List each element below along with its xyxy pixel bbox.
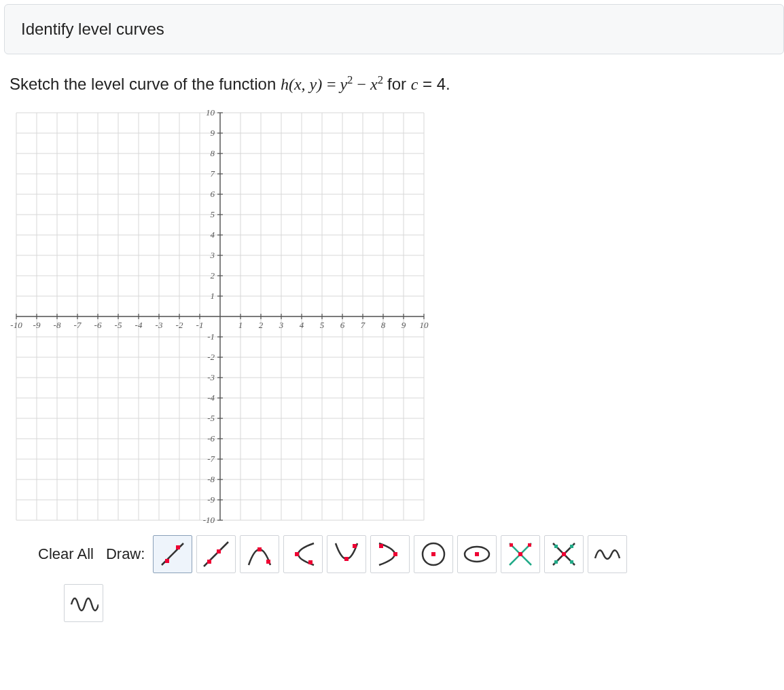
tool-parabola-up[interactable] bbox=[240, 535, 279, 573]
svg-text:8: 8 bbox=[211, 148, 215, 158]
svg-rect-130 bbox=[257, 547, 262, 551]
svg-text:-7: -7 bbox=[74, 320, 82, 330]
svg-rect-137 bbox=[379, 544, 383, 548]
svg-text:-7: -7 bbox=[207, 454, 215, 464]
page-header: Identify level curves bbox=[4, 4, 784, 54]
svg-text:-6: -6 bbox=[207, 433, 215, 443]
c-value: = 4. bbox=[423, 75, 450, 93]
draw-toolbar: Clear All Draw: bbox=[4, 530, 784, 577]
equals-sign: = bbox=[327, 75, 340, 93]
svg-text:6: 6 bbox=[211, 189, 215, 199]
svg-rect-128 bbox=[207, 560, 211, 564]
svg-rect-131 bbox=[266, 560, 270, 564]
svg-text:-4: -4 bbox=[207, 393, 215, 403]
svg-text:-3: -3 bbox=[156, 320, 163, 330]
question-text: Sketch the level curve of the function h… bbox=[4, 71, 784, 106]
svg-text:-9: -9 bbox=[207, 494, 215, 505]
graph-canvas[interactable]: -10-9-8-7-6-5-4-3-2-112345678910-10-9-8-… bbox=[4, 106, 431, 527]
svg-text:7: 7 bbox=[361, 320, 366, 330]
svg-text:-5: -5 bbox=[115, 320, 122, 330]
svg-rect-134 bbox=[344, 557, 349, 561]
svg-text:2: 2 bbox=[259, 320, 264, 330]
func-rhs: y2 − x2 bbox=[340, 75, 387, 93]
tool-x-shape-green[interactable] bbox=[544, 535, 584, 573]
svg-text:-8: -8 bbox=[54, 320, 61, 330]
clear-all-button[interactable]: Clear All bbox=[34, 544, 98, 564]
svg-rect-141 bbox=[475, 552, 479, 556]
tool-line-segment-dots[interactable] bbox=[153, 535, 192, 573]
svg-text:1: 1 bbox=[238, 320, 243, 330]
svg-text:4: 4 bbox=[300, 320, 304, 330]
svg-text:-2: -2 bbox=[207, 352, 215, 362]
draw-toolbar-overflow bbox=[34, 579, 784, 626]
svg-text:5: 5 bbox=[320, 320, 325, 330]
tool-wave-small[interactable] bbox=[588, 535, 627, 573]
svg-rect-139 bbox=[431, 552, 435, 556]
svg-text:6: 6 bbox=[340, 320, 345, 330]
svg-text:2: 2 bbox=[211, 270, 215, 280]
svg-text:-1: -1 bbox=[196, 320, 204, 330]
tool-parabola-down[interactable] bbox=[327, 535, 366, 573]
svg-rect-149 bbox=[554, 545, 558, 548]
svg-rect-135 bbox=[353, 544, 357, 548]
func-lhs: h(x, y) bbox=[281, 75, 322, 93]
draw-label: Draw: bbox=[102, 544, 149, 564]
svg-text:-9: -9 bbox=[33, 320, 41, 330]
tool-parabola-right[interactable] bbox=[370, 535, 410, 573]
page-title: Identify level curves bbox=[21, 20, 164, 38]
tool-parabola-left[interactable] bbox=[283, 535, 323, 573]
svg-rect-150 bbox=[570, 545, 573, 548]
svg-text:-1: -1 bbox=[207, 331, 215, 342]
svg-text:9: 9 bbox=[402, 320, 406, 330]
c-var: c bbox=[411, 75, 418, 93]
tool-ray-dots[interactable] bbox=[196, 535, 236, 573]
svg-text:1: 1 bbox=[211, 291, 215, 301]
svg-text:-8: -8 bbox=[207, 474, 215, 484]
tool-wave-large[interactable] bbox=[64, 584, 103, 622]
svg-rect-153 bbox=[562, 552, 566, 556]
svg-rect-129 bbox=[217, 549, 221, 553]
svg-text:3: 3 bbox=[210, 250, 215, 260]
svg-text:8: 8 bbox=[381, 320, 386, 330]
svg-rect-152 bbox=[570, 560, 573, 564]
q-prefix: Sketch the level curve of the function bbox=[10, 75, 281, 93]
svg-text:-10: -10 bbox=[10, 320, 22, 330]
svg-rect-133 bbox=[308, 560, 313, 564]
tool-circle-center[interactable] bbox=[414, 535, 453, 573]
svg-text:-6: -6 bbox=[94, 320, 102, 330]
svg-text:-5: -5 bbox=[207, 413, 215, 423]
svg-rect-146 bbox=[528, 543, 531, 547]
tool-ellipse-center[interactable] bbox=[457, 535, 497, 573]
tool-x-shape-red[interactable] bbox=[501, 535, 540, 573]
svg-text:4: 4 bbox=[211, 230, 215, 240]
svg-rect-132 bbox=[295, 552, 299, 556]
svg-line-124 bbox=[162, 543, 183, 565]
svg-rect-136 bbox=[393, 552, 397, 556]
svg-text:3: 3 bbox=[279, 320, 284, 330]
svg-text:5: 5 bbox=[211, 209, 215, 219]
svg-rect-126 bbox=[176, 545, 180, 549]
svg-text:-3: -3 bbox=[207, 372, 215, 382]
q-for: for bbox=[387, 75, 411, 93]
svg-text:-2: -2 bbox=[176, 320, 183, 330]
svg-rect-125 bbox=[165, 559, 169, 563]
svg-text:-10: -10 bbox=[203, 515, 215, 525]
svg-rect-144 bbox=[518, 552, 522, 556]
svg-text:7: 7 bbox=[211, 168, 215, 179]
svg-text:10: 10 bbox=[420, 320, 429, 330]
svg-text:9: 9 bbox=[211, 128, 215, 138]
svg-text:10: 10 bbox=[206, 107, 215, 117]
svg-rect-145 bbox=[510, 543, 513, 547]
svg-rect-151 bbox=[554, 560, 558, 564]
svg-text:-4: -4 bbox=[135, 320, 143, 330]
